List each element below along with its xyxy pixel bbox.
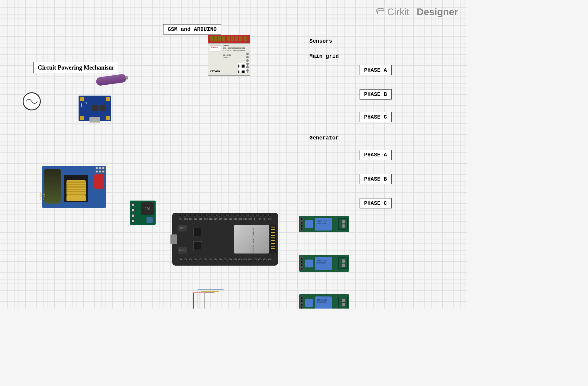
label-powering: Circuit Powering Mechanism — [33, 62, 118, 73]
watermark-logo-icon — [375, 6, 385, 18]
pad-out-minus — [80, 116, 84, 120]
electrolytic-capacitor-icon — [44, 169, 61, 204]
boost-converter-module[interactable]: 220 — [130, 201, 156, 225]
acdc-converter-module[interactable] — [42, 166, 106, 208]
gsm-header-pins — [208, 35, 250, 43]
ac-source[interactable] — [23, 92, 41, 110]
gsm-sn: S2-105HE — [223, 54, 231, 56]
esp32-usb-chip — [193, 228, 202, 236]
zmpt-transformer-icon — [315, 218, 332, 231]
sensor-main-phase-b[interactable] — [299, 255, 349, 272]
gsm-ce-mark: CE0678 — [210, 70, 220, 73]
simcom-chip-icon — [210, 45, 221, 51]
sensor-main-phase-c[interactable] — [299, 294, 349, 309]
svg-point-0 — [382, 8, 384, 9]
esp32-boot-button[interactable]: BOOT — [178, 247, 187, 254]
sine-wave-icon — [26, 98, 38, 104]
sensor-pot-icon — [305, 220, 313, 228]
tp-ic — [92, 105, 99, 111]
pad-out-plus — [80, 97, 84, 101]
esp32-reg-chip — [193, 241, 202, 250]
transformer-icon — [64, 175, 88, 202]
label-main-phase-b: PHASE B — [360, 89, 392, 100]
tp-ic2 — [100, 105, 105, 111]
esp32-usb-icon — [170, 234, 177, 244]
app-watermark: Cirkit Designer — [375, 6, 458, 18]
screw-terminal-icon — [338, 218, 348, 230]
gsm-fcc: FCC: UDV - 8462276644980 — [223, 50, 246, 51]
label-gsm-arduino: GSM and ARDUINO — [163, 24, 221, 34]
micro-usb-icon — [89, 117, 100, 123]
esp32-bottom-labels: CLK5D05D1D15D2D0D4D16D17D5D18D19GNDD21RX… — [179, 258, 271, 260]
inductor-icon: 220 — [141, 202, 154, 215]
pad-b-minus — [106, 116, 110, 120]
label-main-grid: Main grid — [305, 51, 343, 61]
tp-label-b-plus: B+ — [85, 102, 87, 104]
label-sensors: Sensors — [305, 36, 337, 46]
svg-point-1 — [383, 10, 384, 11]
esp32-top-labels: V5CMDSD3SD2D13GNDD12D14D27D26D25D33D32D3… — [179, 218, 271, 220]
gsm-sim800l-module[interactable]: SIM800L IMEI : 05572789290514552 FCC: UD… — [208, 35, 250, 76]
tp4056-charge-module[interactable]: OUT+ B+ — [79, 96, 111, 121]
esp32-rst-button[interactable]: RST — [178, 225, 187, 231]
watermark-brand: Cirkit — [387, 6, 409, 18]
label-main-phase-a: PHASE A — [360, 65, 392, 75]
label-gen-phase-b: PHASE B — [360, 174, 392, 184]
label-generator: Generator — [305, 133, 343, 143]
watermark-product: Designer — [417, 6, 458, 18]
esp32-devkit[interactable]: V5CMDSD3SD2D13GNDD12D14D27D26D25D33D32D3… — [172, 213, 278, 266]
esp32-antenna-icon — [270, 225, 276, 253]
sensor-main-phase-a[interactable] — [299, 216, 349, 232]
gsm-imei: IMEI : 05572789290514552 — [223, 47, 245, 49]
boost-io-pads — [131, 203, 135, 223]
label-main-phase-c: PHASE C — [360, 112, 392, 122]
pad-b-plus — [106, 97, 110, 101]
label-gen-phase-c: PHASE C — [360, 198, 392, 208]
gsm-info-text: SIM800L IMEI : 05572789290514552 FCC: UD… — [223, 45, 246, 59]
gsm-rev: Z1411L — [223, 57, 229, 58]
acdc-red-block — [94, 174, 104, 189]
gsm-model: SIM800L — [223, 45, 230, 47]
label-gen-phase-a: PHASE A — [360, 150, 392, 160]
gsm-side-pins — [246, 53, 249, 72]
esp32-rf-shield — [234, 225, 269, 254]
trim-pot-icon — [147, 217, 153, 223]
acdc-output-pins — [95, 167, 105, 173]
gsm-body: SIM800L IMEI : 05572789290514552 FCC: UD… — [208, 43, 250, 76]
tp-label-out-plus: OUT+ — [80, 102, 82, 107]
